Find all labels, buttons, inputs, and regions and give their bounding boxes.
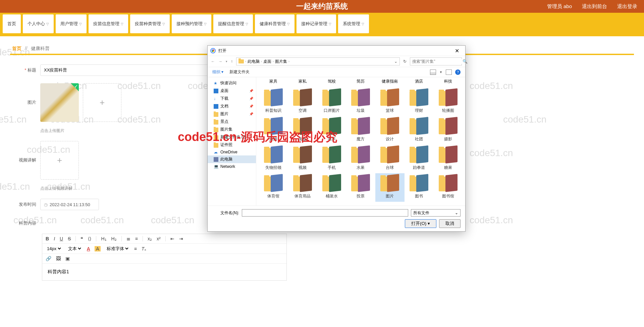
chevron-down-icon[interactable]: ▼ <box>439 71 442 74</box>
path-seg[interactable]: 此电脑 <box>248 59 260 64</box>
tree-item[interactable]: 桌面📌 <box>208 87 256 95</box>
folder-item[interactable]: 投票 <box>346 173 375 202</box>
font-select[interactable]: 标准字体 <box>105 246 129 251</box>
folder-item[interactable]: 设计 <box>375 116 405 145</box>
open-button[interactable]: 打开(O) ▾ <box>405 219 436 228</box>
color-button[interactable]: A <box>87 246 90 251</box>
folder-item[interactable]: 体育用品 <box>288 173 317 202</box>
folder-item[interactable]: 跆拳道 <box>405 145 434 173</box>
preview-pane-button[interactable] <box>446 69 452 75</box>
forward-icon[interactable]: → <box>218 59 222 64</box>
folder-item[interactable]: 失物招领 <box>259 145 288 173</box>
cancel-button[interactable]: 取消 <box>439 219 461 228</box>
nav-item[interactable]: 提醒信息管理▽ <box>213 14 253 33</box>
up-icon[interactable]: ↑ <box>231 59 233 64</box>
path-seg[interactable]: 图片集 <box>275 59 287 64</box>
folder-item[interactable]: 图书馆 <box>433 173 463 202</box>
italic-button[interactable]: I <box>54 236 55 241</box>
tree-item[interactable]: ↓下载📌 <box>208 95 256 102</box>
indent-button[interactable]: ⇤ <box>170 236 174 241</box>
view-mode-button[interactable] <box>430 69 436 75</box>
search-input[interactable]: 🔍 <box>410 57 462 65</box>
fontsize-select[interactable]: 14px <box>46 246 62 251</box>
folder-item[interactable]: 水果 <box>346 145 375 173</box>
back-icon[interactable]: ← <box>211 59 215 64</box>
nav-item[interactable]: 接种记录管理▽ <box>297 14 336 33</box>
sup-button[interactable]: x² <box>157 236 161 241</box>
close-icon[interactable]: ✕ <box>451 46 463 55</box>
folder-item[interactable]: 图书 <box>405 173 434 202</box>
organize-button[interactable]: 组织 ▾ <box>212 69 223 75</box>
video-button[interactable]: ▣ <box>65 256 70 261</box>
tree-item[interactable]: 文档📌 <box>208 102 256 110</box>
h1-button[interactable]: H₁ <box>101 236 106 241</box>
nav-item[interactable]: 疫苗信息管理▽ <box>89 14 128 33</box>
bold-button[interactable]: B <box>46 236 49 241</box>
nav-item[interactable]: 个人中心▽ <box>23 14 54 33</box>
bgcolor-button[interactable]: A <box>95 246 100 251</box>
refresh-icon[interactable]: ↻ <box>403 59 407 64</box>
ul-button[interactable]: ≡ <box>135 236 138 241</box>
filetype-select[interactable]: 所有文件⌄ <box>411 209 461 217</box>
folder-item[interactable]: 体育馆 <box>259 173 288 202</box>
upload-video-button[interactable]: + <box>40 141 79 180</box>
help-icon[interactable]: ? <box>455 69 461 75</box>
logout-link[interactable]: 退出登录 <box>617 3 637 10</box>
folder-item[interactable]: 手机 <box>317 145 346 173</box>
new-folder-button[interactable]: 新建文件夹 <box>229 69 250 75</box>
breadcrumb-home[interactable]: 首页 <box>12 46 21 51</box>
fonttype-select[interactable]: 文本 <box>67 246 82 251</box>
ol-button[interactable]: ≣ <box>126 236 130 241</box>
tree-item[interactable]: 景点 <box>208 118 256 126</box>
folder-item[interactable]: 理财 <box>405 88 434 116</box>
upload-image-button[interactable]: + <box>83 83 121 122</box>
strike-button[interactable]: S <box>68 236 71 241</box>
nav-item[interactable]: 用户管理▽ <box>56 14 87 33</box>
pubtime-input[interactable]: ◷ 2022-02-24 11:13:50 <box>40 199 99 210</box>
tree-item[interactable]: 图片📌 <box>208 110 256 118</box>
tree-item[interactable]: ★快速访问 <box>208 79 256 87</box>
path-bar[interactable]: › 此电脑 › 桌面 › 图片集 › ⌄ <box>236 57 400 65</box>
chevron-down-icon[interactable]: ⌄ <box>394 59 397 64</box>
folder-item[interactable]: 口岸图片 <box>317 88 346 116</box>
h2-button[interactable]: H₂ <box>111 236 117 241</box>
code-button[interactable]: ⟨⟩ <box>88 236 91 241</box>
folder-item[interactable]: 垃圾 <box>346 88 375 116</box>
editor-body[interactable]: 科普内容1 <box>42 264 286 280</box>
align-button[interactable]: ≡ <box>134 246 137 251</box>
nav-item[interactable]: 健康科普管理▽ <box>255 14 294 33</box>
history-icon[interactable]: ▾ <box>226 60 227 63</box>
nav-item[interactable]: 系统管理▽ <box>338 14 369 33</box>
folder-item[interactable]: 视频 <box>288 145 317 173</box>
tree-item[interactable]: 💻Network <box>208 163 256 170</box>
folder-item[interactable]: 摄影 <box>433 116 463 145</box>
folder-item[interactable]: 社团 <box>405 116 434 145</box>
folder-item[interactable]: 篮球 <box>375 88 405 116</box>
tree-item[interactable]: 此电脑 <box>208 155 256 163</box>
tree-item[interactable]: ☁OneDrive <box>208 149 256 155</box>
outdent-button[interactable]: ⇥ <box>179 236 183 241</box>
folder-item[interactable]: 桶装水 <box>317 173 346 202</box>
exit-front-link[interactable]: 退出到前台 <box>582 3 607 10</box>
nav-item[interactable]: 首页 <box>3 14 21 33</box>
admin-label[interactable]: 管理员 abo <box>547 3 572 10</box>
underline-button[interactable]: U <box>60 236 63 241</box>
nav-item[interactable]: 疫苗种类管理▽ <box>130 14 170 33</box>
image-button[interactable]: 🖼 <box>56 256 61 261</box>
title-input[interactable] <box>40 64 215 76</box>
folder-item[interactable]: 轮播图 <box>433 88 463 116</box>
filename-input[interactable] <box>242 209 408 217</box>
sub-button[interactable]: x₂ <box>148 236 152 241</box>
folder-item[interactable]: 台球 <box>375 145 405 173</box>
folder-item[interactable]: 糖果 <box>433 145 463 173</box>
quote-button[interactable]: ❝ <box>80 236 83 241</box>
path-seg[interactable]: 桌面 <box>263 59 271 64</box>
clear-button[interactable]: Tₓ <box>142 246 147 251</box>
folder-item[interactable]: 魔方 <box>346 116 375 145</box>
uploaded-thumbnail[interactable]: ✓ <box>40 83 79 122</box>
folder-item[interactable]: 空调 <box>288 88 317 116</box>
folder-item[interactable]: 图片 <box>375 173 405 202</box>
link-button[interactable]: 🔗 <box>46 256 51 261</box>
nav-item[interactable]: 接种预约管理▽ <box>172 14 211 33</box>
folder-item[interactable]: 科普知识 <box>259 88 288 116</box>
